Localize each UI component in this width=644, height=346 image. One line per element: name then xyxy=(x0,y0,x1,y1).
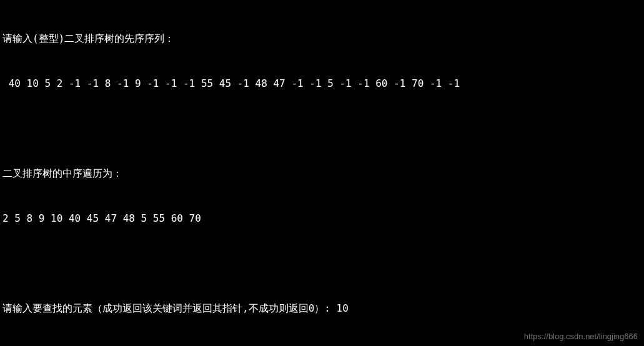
output-line: 请输入要查找的元素（成功返回该关键词并返回其指针,不成功则返回0）: 10 xyxy=(2,301,642,316)
output-line xyxy=(2,256,642,271)
output-line: 2 5 8 9 10 40 45 47 48 5 55 60 70 xyxy=(2,211,642,226)
terminal-output: 请输入(整型)二叉排序树的先序序列： 40 10 5 2 -1 -1 8 -1 … xyxy=(0,0,644,346)
output-line: 请输入(整型)二叉排序树的先序序列： xyxy=(2,31,642,46)
output-line: 40 10 5 2 -1 -1 8 -1 9 -1 -1 -1 55 45 -1… xyxy=(2,76,642,91)
watermark-text: https://blog.csdn.net/lingjing666 xyxy=(524,330,638,343)
output-line xyxy=(2,121,642,136)
output-line: 二叉排序树的中序遍历为： xyxy=(2,166,642,181)
